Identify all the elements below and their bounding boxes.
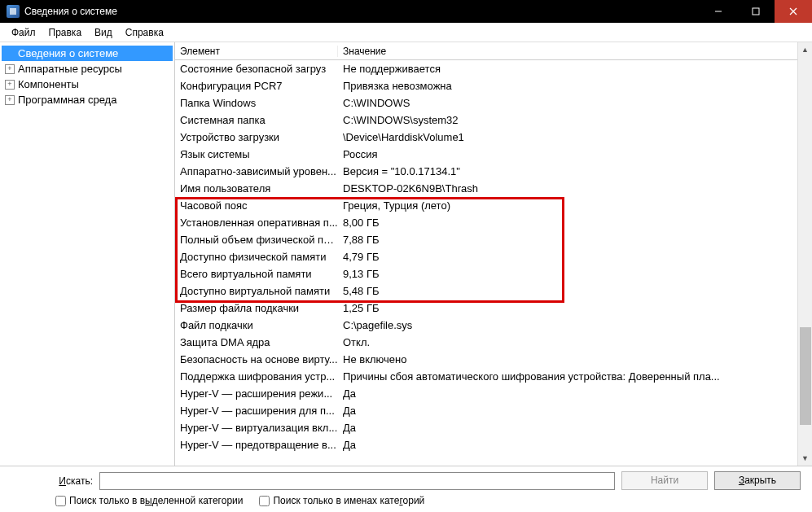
scroll-up-icon[interactable]: ▲ (798, 42, 812, 57)
row-key: Доступно виртуальной памяти (175, 285, 338, 297)
maximize-button[interactable] (737, 0, 775, 23)
navigation-tree[interactable]: Сведения о системе +Аппаратные ресурсы +… (0, 42, 175, 466)
app-icon (7, 5, 20, 18)
row-key: Папка Windows (175, 97, 338, 109)
row-value: Не поддерживается (338, 63, 797, 75)
list-row[interactable]: Язык системыРоссия (175, 146, 797, 163)
check-category-names[interactable]: Поиск только в именах категорий (259, 495, 424, 506)
tree-components-label: Компоненты (18, 78, 79, 90)
close-panel-button[interactable]: Закрыть (714, 471, 801, 490)
list-row[interactable]: Доступно физической памяти4,79 ГБ (175, 248, 797, 265)
list-row[interactable]: Системная папкаC:\WINDOWS\system32 (175, 112, 797, 129)
scroll-down-icon[interactable]: ▼ (798, 451, 812, 466)
list-row[interactable]: Часовой поясГреция, Турция (лето) (175, 197, 797, 214)
row-value: Версия = "10.0.17134.1" (338, 165, 797, 177)
check-selected-category[interactable]: Поиск только в выделенной категории (55, 495, 243, 506)
row-value: Причины сбоя автоматического шифрования … (338, 370, 797, 383)
tree-root-label: Сведения о системе (18, 47, 118, 59)
list-row[interactable]: Безопасность на основе вирту...Не включе… (175, 351, 797, 368)
close-button[interactable] (775, 0, 812, 23)
list-row[interactable]: Имя пользователяDESKTOP-02K6N9B\Thrash (175, 180, 797, 197)
svg-rect-0 (10, 8, 16, 15)
row-key: Системная папка (175, 114, 338, 126)
check-selected-category-box[interactable] (55, 496, 66, 506)
expand-icon[interactable]: + (5, 64, 15, 74)
search-input[interactable] (99, 472, 615, 490)
row-value: \Device\HarddiskVolume1 (338, 131, 797, 143)
column-element[interactable]: Элемент (175, 46, 338, 57)
check-category-names-box[interactable] (259, 496, 270, 506)
list-row[interactable]: Hyper-V — расширения режи...Да (175, 385, 797, 402)
search-label: Искать: (11, 475, 93, 487)
title-bar: Сведения о системе (0, 0, 812, 23)
menu-file[interactable]: Файл (5, 25, 42, 40)
list-row[interactable]: Папка WindowsC:\WINDOWS (175, 94, 797, 112)
row-value: C:\WINDOWS (338, 97, 797, 109)
row-value: Да (338, 405, 797, 417)
tree-software[interactable]: +Программная среда (2, 92, 173, 107)
row-value: Привязка невозможна (338, 80, 797, 92)
list-row[interactable]: Размер файла подкачки1,25 ГБ (175, 300, 797, 317)
list-row[interactable]: Установленная оперативная п...8,00 ГБ (175, 214, 797, 231)
list-row[interactable]: Устройство загрузки\Device\HarddiskVolum… (175, 129, 797, 146)
row-value: 9,13 ГБ (338, 268, 797, 280)
row-key: Имя пользователя (175, 182, 338, 195)
scroll-thumb[interactable] (800, 327, 811, 425)
list-row[interactable]: Полный объем физической па...7,88 ГБ (175, 231, 797, 248)
list-row[interactable]: Доступно виртуальной памяти5,48 ГБ (175, 282, 797, 300)
row-key: Состояние безопасной загруз (175, 63, 338, 75)
row-value: DESKTOP-02K6N9B\Thrash (338, 182, 797, 195)
row-value: 8,00 ГБ (338, 217, 797, 229)
row-value: Не включено (338, 353, 797, 365)
list-row[interactable]: Аппаратно-зависимый уровен...Версия = "1… (175, 163, 797, 180)
minimize-button[interactable] (700, 0, 737, 23)
row-value: 4,79 ГБ (338, 251, 797, 263)
row-key: Hyper-V — предотвращение в... (175, 439, 338, 451)
row-value: Да (338, 387, 797, 400)
find-button[interactable]: Найти (621, 471, 708, 490)
row-key: Язык системы (175, 148, 338, 160)
row-key: Поддержка шифрования устр... (175, 370, 338, 383)
menu-edit[interactable]: Правка (42, 25, 89, 40)
list-row[interactable]: Файл подкачкиC:\pagefile.sys (175, 317, 797, 334)
expand-icon[interactable]: + (5, 80, 15, 90)
menu-view[interactable]: Вид (88, 25, 119, 40)
row-key: Hyper-V — расширения для п... (175, 405, 338, 417)
menu-help[interactable]: Справка (119, 25, 170, 40)
row-value: C:\WINDOWS\system32 (338, 114, 797, 126)
details-list[interactable]: Элемент Значение Состояние безопасной за… (175, 42, 797, 466)
column-headers[interactable]: Элемент Значение (175, 42, 797, 60)
tree-hardware[interactable]: +Аппаратные ресурсы (2, 61, 173, 77)
row-value: Да (338, 422, 797, 434)
row-value: 1,25 ГБ (338, 302, 797, 314)
column-value[interactable]: Значение (338, 46, 797, 57)
svg-rect-2 (753, 8, 759, 15)
list-row[interactable]: Состояние безопасной загрузНе поддержива… (175, 60, 797, 77)
expand-icon[interactable]: + (5, 95, 15, 105)
list-row[interactable]: Конфигурация PCR7Привязка невозможна (175, 77, 797, 94)
list-row[interactable]: Всего виртуальной памяти9,13 ГБ (175, 265, 797, 282)
tree-components[interactable]: +Компоненты (2, 77, 173, 92)
list-row[interactable]: Hyper-V — предотвращение в...Да (175, 436, 797, 453)
search-panel: Искать: Найти Закрыть Поиск только в выд… (0, 466, 812, 512)
row-value: C:\pagefile.sys (338, 319, 797, 331)
vertical-scrollbar[interactable]: ▲ ▼ (797, 42, 812, 466)
list-row[interactable]: Hyper-V — виртуализация вкл...Да (175, 419, 797, 436)
row-key: Защита DMA ядра (175, 336, 338, 348)
list-row[interactable]: Hyper-V — расширения для п...Да (175, 402, 797, 419)
row-value: Откл. (338, 336, 797, 348)
menu-bar: Файл Правка Вид Справка (0, 23, 812, 42)
row-key: Доступно физической памяти (175, 251, 338, 263)
tree-root[interactable]: Сведения о системе (2, 46, 173, 61)
row-key: Аппаратно-зависимый уровен... (175, 165, 338, 177)
row-key: Всего виртуальной памяти (175, 268, 338, 280)
row-key: Часовой пояс (175, 199, 338, 212)
row-value: Греция, Турция (лето) (338, 199, 797, 212)
list-row[interactable]: Поддержка шифрования устр...Причины сбоя… (175, 368, 797, 385)
list-row[interactable]: Защита DMA ядраОткл. (175, 334, 797, 351)
tree-software-label: Программная среда (18, 94, 116, 106)
tree-hardware-label: Аппаратные ресурсы (18, 63, 122, 75)
window-title: Сведения о системе (24, 6, 700, 17)
row-key: Размер файла подкачки (175, 302, 338, 314)
row-value: 7,88 ГБ (338, 234, 797, 246)
